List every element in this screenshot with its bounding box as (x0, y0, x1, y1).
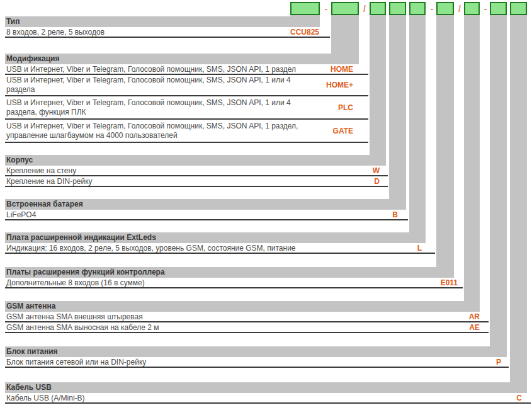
section-title: GSM антенна (5, 301, 480, 312)
option-label: LiFePO4 (6, 210, 36, 220)
option-row: USB и Интернет, Viber и Telegram, Голосо… (5, 75, 368, 96)
option-row: GSM антенна SMA выносная на кабеле 2 м A… (5, 322, 489, 333)
option-row: Крепление на стену W (5, 166, 388, 176)
option-label: USB и Интернет, Viber и Telegram, Голосо… (6, 122, 308, 140)
code-box-cable (510, 2, 527, 15)
code-column-expansion (436, 15, 454, 278)
option-row: Дополнительные 8 входов (16 в сумме) E01… (5, 278, 463, 288)
code-column-power (490, 15, 507, 357)
section-title: Встроенная батарея (5, 199, 406, 210)
option-code: P (496, 357, 501, 367)
code-box-enclosure (370, 2, 386, 15)
option-row: Кабель USB (A/Mini-B) C (5, 393, 531, 404)
option-code: HOME (331, 64, 353, 74)
code-column-enclosure (370, 15, 386, 166)
code-column-battery (389, 15, 406, 210)
section-battery: Встроенная батарея LiFePO4 B (5, 199, 408, 220)
option-label: Дополнительные 8 входов (16 в сумме) (6, 278, 145, 288)
option-row: USB и Интернет, Viber и Telegram, Голосо… (5, 64, 368, 75)
option-label: GSM антенна SMA внешняя штыревая (6, 312, 143, 322)
code-box-extleds (409, 2, 426, 15)
section-title: Модификация (5, 54, 358, 64)
code-separator: / (455, 3, 464, 15)
section-expansion-boards: Платы расширения функций контроллера Доп… (5, 267, 463, 288)
code-column-antenna (464, 15, 480, 312)
section-usb-cable: Кабель USB Кабель USB (A/Mini-B) C (5, 382, 531, 404)
option-code: C (516, 393, 522, 402)
option-label: USB и Интернет, Viber и Telegram, Голосо… (6, 76, 308, 94)
option-code: W (373, 166, 380, 175)
option-label: Индикация: 16 входов, 2 реле, 5 выходов,… (6, 244, 296, 253)
option-code: E011 (441, 278, 458, 287)
code-column-extleds (409, 15, 426, 243)
option-code: D (374, 176, 380, 186)
option-code: AR (469, 312, 480, 321)
order-code-diagram: - / - / - Тип 8 входов, 2 реле, 5 выходо… (0, 0, 532, 410)
option-row: Крепление на DIN-рейку D (5, 176, 388, 187)
option-code: HOME+ (326, 81, 353, 90)
section-title: Кабель USB (5, 382, 527, 393)
section-title: Плата расширенной индикации ExtLeds (5, 232, 426, 243)
option-label: USB и Интернет, Viber и Telegram, Голосо… (6, 98, 308, 117)
option-row: LiFePO4 B (5, 210, 408, 220)
section-power-supply: Блок питания Блок питания сетевой или на… (5, 346, 509, 368)
code-box-modification (331, 2, 359, 15)
section-enclosure: Корпус Крепление на стену W Крепление на… (5, 155, 388, 187)
option-label: USB и Интернет, Viber и Telegram, Голосо… (6, 65, 296, 74)
option-code: GATE (333, 126, 353, 135)
option-label: Крепление на DIN-рейку (6, 177, 93, 186)
code-separator: - (322, 3, 331, 15)
option-row: GSM антенна SMA внешняя штыревая AR (5, 312, 489, 322)
option-code: PLC (338, 103, 353, 112)
code-box-type (290, 2, 320, 15)
option-code: B (392, 210, 398, 219)
code-separator: - (481, 3, 490, 15)
option-code: L (417, 243, 422, 253)
code-box-power (490, 2, 507, 15)
option-label: Крепление на стену (6, 166, 76, 176)
code-box-expansion (436, 2, 454, 15)
option-code: CCU825 (290, 27, 319, 37)
section-type: Тип 8 входов, 2 реле, 5 выходов CCU825 (5, 16, 330, 38)
option-code: AE (469, 322, 480, 332)
option-label: Кабель USB (A/Mini-B) (6, 394, 85, 403)
section-title: Платы расширения функций контроллера (5, 267, 454, 278)
section-gsm-antenna: GSM антенна GSM антенна SMA внешняя штыр… (5, 301, 489, 333)
option-row: Блок питания сетевой или на DIN-рейку P (5, 357, 509, 368)
code-box-battery (389, 2, 406, 15)
section-title: Корпус (5, 155, 386, 166)
option-row: Индикация: 16 входов, 2 реле, 5 выходов,… (5, 243, 435, 254)
section-title: Тип (5, 16, 320, 27)
section-title: Блок питания (5, 346, 507, 357)
option-row: USB и Интернет, Viber и Telegram, Голосо… (5, 96, 368, 120)
code-column-cable (510, 15, 527, 393)
code-separator: - (427, 3, 436, 15)
section-extleds: Плата расширенной индикации ExtLeds Инди… (5, 232, 435, 254)
code-separator: / (360, 3, 369, 15)
section-modification: Модификация USB и Интернет, Viber и Tele… (5, 54, 368, 143)
option-row: 8 входов, 2 реле, 5 выходов CCU825 (5, 27, 330, 38)
option-label: 8 входов, 2 реле, 5 выходов (6, 28, 105, 37)
code-box-antenna (464, 2, 480, 15)
option-label: GSM антенна SMA выносная на кабеле 2 м (6, 323, 159, 333)
option-row: USB и Интернет, Viber и Telegram, Голосо… (5, 120, 368, 143)
option-label: Блок питания сетевой или на DIN-рейку (6, 358, 146, 367)
